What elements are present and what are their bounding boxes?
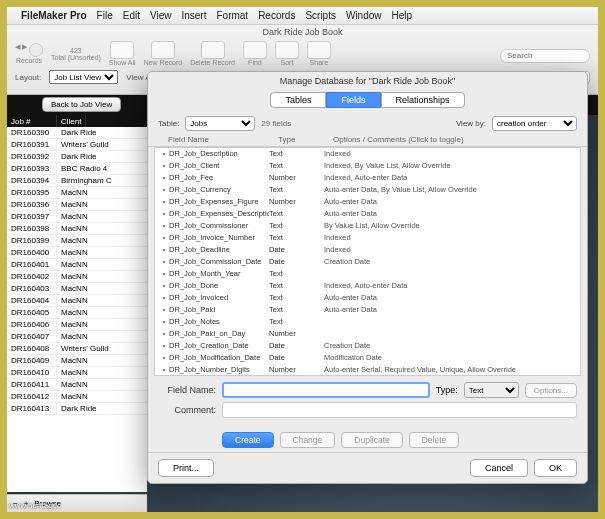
menu-file[interactable]: File	[97, 10, 113, 21]
field-row[interactable]: •DR_Job_Creation_DateDateCreation Date	[155, 340, 580, 352]
table-select-label: Table:	[158, 119, 179, 128]
table-row[interactable]: DR160397MacNN	[7, 211, 147, 223]
type-select[interactable]: Text	[464, 382, 519, 398]
table-row[interactable]: DR160412MacNN	[7, 391, 147, 403]
search-input[interactable]	[500, 49, 590, 63]
records-count: 423 Total (Unsorted)	[51, 47, 101, 61]
tab-fields[interactable]: Fields	[326, 92, 380, 108]
field-row[interactable]: •DR_Job_ClientTextIndexed, By Value List…	[155, 160, 580, 172]
field-row[interactable]: •DR_Job_Month_YearText	[155, 268, 580, 280]
field-row[interactable]: •DR_Job_Expenses_FigureNumberAuto-enter …	[155, 196, 580, 208]
app-menu[interactable]: FileMaker Pro	[21, 10, 87, 21]
toolbar-find[interactable]: Find	[243, 41, 267, 66]
field-row[interactable]: •DR_Job_FeeNumberIndexed, Auto-enter Dat…	[155, 172, 580, 184]
toolbar-showall[interactable]: Show All	[109, 41, 136, 66]
field-row[interactable]: •DR_Job_Invoice_NumberTextIndexed	[155, 232, 580, 244]
field-row[interactable]: •DR_Job_Modification_DateDateModificatio…	[155, 352, 580, 364]
table-row[interactable]: DR160391Writers' Guild	[7, 139, 147, 151]
table-row[interactable]: DR160400MacNN	[7, 247, 147, 259]
menu-view[interactable]: View	[150, 10, 172, 21]
watermark: www.heritagec	[9, 501, 61, 510]
layout-select[interactable]: Job List View	[49, 70, 118, 84]
menu-window[interactable]: Window	[346, 10, 382, 21]
field-list[interactable]: •DR_Job_DescriptionTextIndexed•DR_Job_Cl…	[154, 147, 581, 376]
table-row[interactable]: DR160390Dark Ride	[7, 127, 147, 139]
fieldname-input[interactable]	[222, 382, 430, 398]
field-row[interactable]: •DR_Job_CommissionerTextBy Value List, A…	[155, 220, 580, 232]
toolbar-share[interactable]: Share	[307, 41, 331, 66]
viewby-label: View by:	[456, 119, 486, 128]
options-button[interactable]: Options...	[525, 383, 577, 398]
field-row[interactable]: •DR_Job_CurrencyTextAuto-enter Data, By …	[155, 184, 580, 196]
field-count: 29 fields	[261, 119, 291, 128]
table-row[interactable]: DR160394Birmingham C	[7, 175, 147, 187]
menu-insert[interactable]: Insert	[181, 10, 206, 21]
create-button[interactable]: Create	[222, 432, 274, 448]
records-nav[interactable]: ◀▶ Records	[15, 43, 43, 64]
field-row[interactable]: •DR_Job_Paid_on_DayNumber	[155, 328, 580, 340]
table-row[interactable]: DR160401MacNN	[7, 259, 147, 271]
field-row[interactable]: •DR_Job_InvoicedTextAuto-enter Data	[155, 292, 580, 304]
table-row[interactable]: DR160402MacNN	[7, 271, 147, 283]
field-row[interactable]: •DR_Job_Expenses_DescriptionTextAuto-ent…	[155, 208, 580, 220]
tab-relationships[interactable]: Relationships	[381, 92, 465, 108]
toolbar-deleterecord[interactable]: Delete Record	[190, 41, 235, 66]
table-row[interactable]: DR160407MacNN	[7, 331, 147, 343]
table-row[interactable]: DR160413Dark Ride	[7, 403, 147, 415]
table-row[interactable]: DR160395MacNN	[7, 187, 147, 199]
table-row[interactable]: DR160398MacNN	[7, 223, 147, 235]
field-row[interactable]: •DR_Job_DoneTextIndexed, Auto-enter Data	[155, 280, 580, 292]
table-row[interactable]: DR160404MacNN	[7, 295, 147, 307]
table-row[interactable]: DR160406MacNN	[7, 319, 147, 331]
delete-button: Delete	[409, 432, 460, 448]
field-row[interactable]: •DR_Job_DeadlineDateIndexed	[155, 244, 580, 256]
duplicate-button: Duplicate	[341, 432, 402, 448]
type-label: Type:	[436, 385, 458, 395]
manage-database-dialog: Manage Database for "Dark Ride Job Book"…	[147, 71, 588, 484]
table-row[interactable]: DR160392Dark Ride	[7, 151, 147, 163]
ok-button[interactable]: OK	[534, 459, 577, 477]
menu-edit[interactable]: Edit	[123, 10, 140, 21]
field-row[interactable]: •DR_Job_PaidTextAuto-enter Data	[155, 304, 580, 316]
field-list-header[interactable]: Field Name Type Options / Comments (Clic…	[148, 133, 587, 147]
comment-label: Comment:	[158, 405, 216, 415]
back-to-job-view-button[interactable]: Back to Job View	[42, 97, 121, 112]
cancel-button[interactable]: Cancel	[470, 459, 528, 477]
table-row[interactable]: DR160403MacNN	[7, 283, 147, 295]
comment-input[interactable]	[222, 402, 577, 418]
table-select[interactable]: Jobs	[185, 116, 255, 131]
table-row[interactable]: DR160411MacNN	[7, 379, 147, 391]
menu-scripts[interactable]: Scripts	[305, 10, 336, 21]
table-row[interactable]: DR160408Writers' Guild	[7, 343, 147, 355]
toolbar-newrecord[interactable]: New Record	[144, 41, 183, 66]
tab-tables[interactable]: Tables	[270, 92, 326, 108]
table-row[interactable]: DR160405MacNN	[7, 307, 147, 319]
change-button: Change	[280, 432, 336, 448]
table-row[interactable]: DR160393BBC Radio 4	[7, 163, 147, 175]
menu-format[interactable]: Format	[216, 10, 248, 21]
layout-label: Layout:	[15, 73, 41, 82]
toolbar-sort[interactable]: Sort	[275, 41, 299, 66]
menu-help[interactable]: Help	[392, 10, 413, 21]
field-row[interactable]: •DR_Job_NotesText	[155, 316, 580, 328]
menubar[interactable]: FileMaker Pro File Edit View Insert Form…	[7, 7, 598, 25]
dialog-title: Manage Database for "Dark Ride Job Book"	[148, 72, 587, 90]
table-row[interactable]: DR160409MacNN	[7, 355, 147, 367]
field-row[interactable]: •DR_Job_Number_DigitsNumberAuto-enter Se…	[155, 364, 580, 376]
field-row[interactable]: •DR_Job_Commission_DateDateCreation Date	[155, 256, 580, 268]
table-row[interactable]: DR160396MacNN	[7, 199, 147, 211]
table-row[interactable]: DR160399MacNN	[7, 235, 147, 247]
window-title: Dark Ride Job Book	[7, 25, 598, 39]
print-button[interactable]: Print...	[158, 459, 214, 477]
field-row[interactable]: •DR_Job_DescriptionTextIndexed	[155, 148, 580, 160]
viewby-select[interactable]: creation order	[492, 116, 577, 131]
table-row[interactable]: DR160410MacNN	[7, 367, 147, 379]
fieldname-label: Field Name:	[158, 385, 216, 395]
menu-records[interactable]: Records	[258, 10, 295, 21]
